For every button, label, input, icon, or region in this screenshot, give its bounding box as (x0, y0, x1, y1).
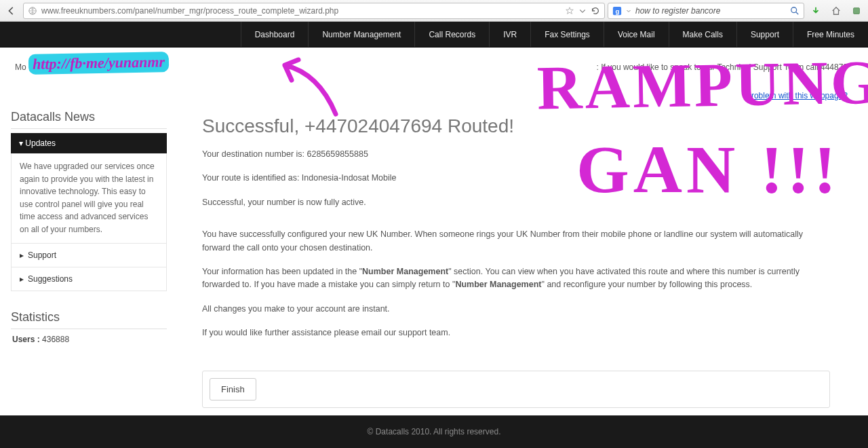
accordion-support[interactable]: ▸Support (11, 244, 167, 267)
bookmark-star-icon[interactable] (565, 6, 574, 16)
url-bar[interactable]: www.freeuknumbers.com/panel/number_mgr/p… (23, 3, 605, 19)
chevron-right-icon: ▸ (20, 250, 24, 260)
nav-fax-settings[interactable]: Fax Settings (530, 22, 604, 47)
addon-button[interactable] (848, 3, 865, 19)
route-id: Your route is identified as: Indonesia-I… (202, 172, 830, 185)
nav-dashboard[interactable]: Dashboard (241, 22, 309, 47)
nav-ivr[interactable]: IVR (489, 22, 530, 47)
svg-point-3 (791, 7, 797, 12)
dropdown-icon[interactable] (578, 7, 587, 15)
finish-panel: Finish (202, 371, 830, 408)
browser-search[interactable]: g (608, 3, 804, 19)
download-button[interactable] (807, 3, 825, 19)
google-icon: g (612, 6, 622, 16)
svg-text:g: g (615, 7, 619, 14)
top-info-line: Mo : If you would like to speak to our T… (0, 48, 868, 100)
status-active: Successful, your number is now fully act… (202, 196, 830, 209)
accordion-support-label: Support (28, 250, 56, 260)
back-button[interactable] (3, 3, 20, 19)
sidebar: Datacalls News ▾ Updates We have upgrade… (11, 106, 167, 408)
nav-call-records[interactable]: Call Records (414, 22, 489, 47)
nav-free-minutes[interactable]: Free Minutes (793, 22, 868, 47)
updates-header-label: Updates (25, 138, 56, 148)
nav-voice-mail[interactable]: Voice Mail (604, 22, 669, 47)
puzzle-icon (852, 6, 861, 16)
stats-label: Users : (12, 335, 40, 344)
globe-icon (28, 6, 37, 16)
page-title: Successful, +447024047694 Routed! (202, 115, 830, 137)
support-email: If you would like further assistance ple… (202, 326, 830, 339)
nav-support[interactable]: Support (736, 22, 793, 47)
info-updated: Your information has been updated in the… (202, 265, 830, 292)
svg-rect-4 (854, 7, 860, 14)
browser-toolbar: www.freeuknumbers.com/panel/number_mgr/p… (0, 0, 868, 22)
destination-number: Your destination number is: 628565985588… (202, 148, 830, 161)
news-body: We have upgraded our services once again… (11, 153, 167, 244)
problem-link[interactable]: problem with this webpage? (597, 91, 848, 100)
home-button[interactable] (827, 3, 845, 19)
accordion-suggestions-label: Suggestions (28, 274, 73, 284)
stats-users: Users : 436888 (11, 329, 167, 350)
stats-value: 436888 (42, 335, 69, 344)
back-icon (7, 6, 16, 16)
chevron-right-icon: ▸ (20, 274, 24, 284)
home-icon (831, 6, 841, 16)
reload-icon[interactable] (591, 6, 600, 16)
support-phone-msg: : If you would like to speak to our Tech… (597, 62, 848, 72)
dropdown-icon[interactable] (626, 8, 631, 14)
url-text: www.freeuknumbers.com/panel/number_mgr/p… (41, 6, 561, 16)
footer: © Datacalls 2010. All rights reserved. (0, 415, 868, 448)
search-icon[interactable] (790, 6, 800, 16)
main-content: Successful, +447024047694 Routed! Your d… (175, 106, 857, 408)
instant-changes: All changes you make to your account are… (202, 303, 830, 316)
top-left-text: Mo (15, 62, 26, 100)
nav-make-calls[interactable]: Make Calls (669, 22, 736, 47)
search-input[interactable] (635, 6, 786, 16)
download-icon (811, 6, 821, 16)
nav-number-management[interactable]: Number Management (308, 22, 414, 47)
stats-title: Statistics (11, 306, 167, 329)
updates-header[interactable]: ▾ Updates (11, 133, 167, 153)
news-title: Datacalls News (11, 106, 167, 129)
accordion-suggestions[interactable]: ▸Suggestions (11, 267, 167, 291)
main-nav: Dashboard Number Management Call Records… (0, 22, 868, 48)
copyright: © Datacalls 2010. All rights reserved. (368, 427, 501, 436)
finish-button[interactable]: Finish (210, 378, 256, 400)
config-explain: You have successfully configured your ne… (202, 228, 830, 255)
